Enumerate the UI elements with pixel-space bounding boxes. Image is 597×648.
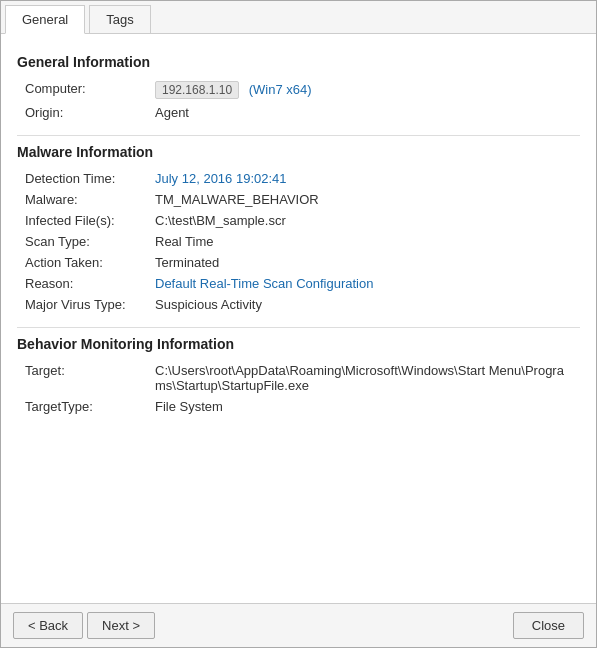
row-target-type: TargetType: File System	[17, 396, 580, 417]
win7-link[interactable]: (Win7 x64)	[249, 82, 312, 97]
row-malware: Malware: TM_MALWARE_BEHAVIOR	[17, 189, 580, 210]
row-target: Target: C:\Users\root\AppData\Roaming\Mi…	[17, 360, 580, 396]
value-reason[interactable]: Default Real-Time Scan Configuration	[155, 276, 572, 291]
tab-bar: General Tags	[1, 1, 596, 34]
label-origin: Origin:	[25, 105, 155, 120]
label-target: Target:	[25, 363, 155, 393]
tab-general[interactable]: General	[5, 5, 85, 34]
divider-2	[17, 327, 580, 328]
value-malware: TM_MALWARE_BEHAVIOR	[155, 192, 572, 207]
value-scan-type: Real Time	[155, 234, 572, 249]
section-title-malware: Malware Information	[17, 144, 580, 160]
value-origin: Agent	[155, 105, 572, 120]
row-action-taken: Action Taken: Terminated	[17, 252, 580, 273]
section-title-behavior: Behavior Monitoring Information	[17, 336, 580, 352]
content-area: General Information Computer: 192.168.1.…	[1, 34, 596, 603]
row-reason: Reason: Default Real-Time Scan Configura…	[17, 273, 580, 294]
divider-1	[17, 135, 580, 136]
row-major-virus-type: Major Virus Type: Suspicious Activity	[17, 294, 580, 315]
value-target: C:\Users\root\AppData\Roaming\Microsoft\…	[155, 363, 572, 393]
label-infected-files: Infected File(s):	[25, 213, 155, 228]
footer-nav-buttons: < Back Next >	[13, 612, 155, 639]
value-target-type: File System	[155, 399, 572, 414]
section-behavior-monitoring: Behavior Monitoring Information Target: …	[17, 336, 580, 417]
malware-info-table: Detection Time: July 12, 2016 19:02:41 M…	[17, 168, 580, 315]
row-computer: Computer: 192.168.1.10 (Win7 x64)	[17, 78, 580, 102]
value-infected-files: C:\test\BM_sample.scr	[155, 213, 572, 228]
tab-tags[interactable]: Tags	[89, 5, 150, 33]
behavior-info-table: Target: C:\Users\root\AppData\Roaming\Mi…	[17, 360, 580, 417]
label-action-taken: Action Taken:	[25, 255, 155, 270]
row-infected-files: Infected File(s): C:\test\BM_sample.scr	[17, 210, 580, 231]
label-major-virus-type: Major Virus Type:	[25, 297, 155, 312]
label-detection-time: Detection Time:	[25, 171, 155, 186]
footer: < Back Next > Close	[1, 603, 596, 647]
general-info-table: Computer: 192.168.1.10 (Win7 x64) Origin…	[17, 78, 580, 123]
row-detection-time: Detection Time: July 12, 2016 19:02:41	[17, 168, 580, 189]
label-malware: Malware:	[25, 192, 155, 207]
label-target-type: TargetType:	[25, 399, 155, 414]
row-origin: Origin: Agent	[17, 102, 580, 123]
back-button[interactable]: < Back	[13, 612, 83, 639]
computer-ip: 192.168.1.10	[155, 81, 239, 99]
next-button[interactable]: Next >	[87, 612, 155, 639]
label-computer: Computer:	[25, 81, 155, 99]
value-action-taken: Terminated	[155, 255, 572, 270]
row-scan-type: Scan Type: Real Time	[17, 231, 580, 252]
close-button[interactable]: Close	[513, 612, 584, 639]
section-title-general: General Information	[17, 54, 580, 70]
value-major-virus-type: Suspicious Activity	[155, 297, 572, 312]
section-malware-information: Malware Information Detection Time: July…	[17, 144, 580, 315]
label-scan-type: Scan Type:	[25, 234, 155, 249]
main-window: General Tags General Information Compute…	[0, 0, 597, 648]
section-general-information: General Information Computer: 192.168.1.…	[17, 54, 580, 123]
value-computer: 192.168.1.10 (Win7 x64)	[155, 81, 572, 99]
value-detection-time: July 12, 2016 19:02:41	[155, 171, 572, 186]
label-reason: Reason:	[25, 276, 155, 291]
